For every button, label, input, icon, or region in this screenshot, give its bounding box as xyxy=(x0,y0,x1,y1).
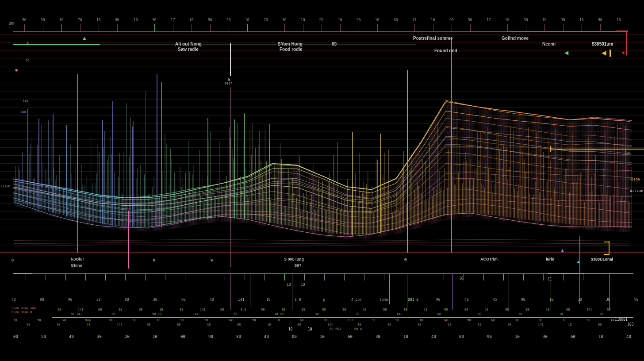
spectral-display[interactable] xyxy=(0,0,644,361)
top-left-unit-label: UMF xyxy=(9,22,15,26)
spectral-analyzer-view: UMF ▲◀◀▼▲▲ Alt out NongSaw radieSYom Hon… xyxy=(0,0,644,361)
